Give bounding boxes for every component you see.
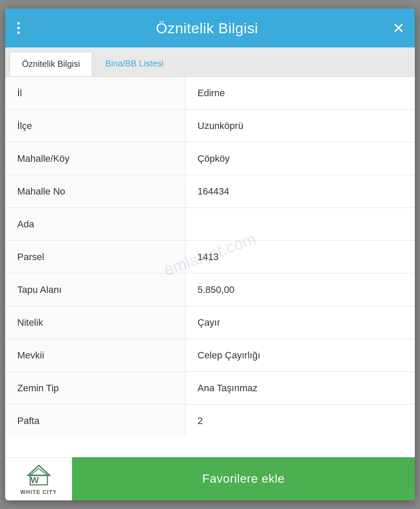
cell-value: [185, 208, 415, 240]
cell-label: Zemin Tip: [5, 372, 185, 404]
cell-label: Mahalle/Köy: [5, 142, 185, 175]
cell-label: Nitelik: [5, 306, 185, 339]
cell-label: Ada: [5, 208, 185, 240]
data-table: emlakjet.com İlEdirneİlçeUzunköprüMahall…: [5, 77, 415, 457]
table-row: Pafta2: [5, 405, 415, 437]
cell-label: İl: [5, 77, 185, 109]
tabs-bar: Öznitelik Bilgisi Bina/BB Listesi: [5, 47, 415, 77]
table-row: İlçeUzunköprü: [5, 110, 415, 142]
svg-marker-2: [30, 468, 47, 475]
table-row: Parsel1413: [5, 241, 415, 273]
svg-text:W: W: [31, 475, 39, 485]
cell-value: Uzunköprü: [185, 110, 415, 142]
cell-label: Mahalle No: [5, 175, 185, 207]
cell-label: İlçe: [5, 110, 185, 142]
table-row: MevkiiCelep Çayırlığı: [5, 339, 415, 372]
tab-oznitelik[interactable]: Öznitelik Bilgisi: [9, 52, 92, 76]
menu-icon[interactable]: [16, 20, 22, 36]
logo-icon: W: [26, 463, 52, 487]
footer: W WHITE CiTY Favorilere ekle: [5, 457, 415, 500]
cell-label: Parsel: [5, 241, 185, 273]
modal-header: Öznitelik Bilgisi ✕: [5, 9, 415, 47]
table-row: Zemin TipAna Taşınmaz: [5, 372, 415, 405]
table-row: Mahalle/KöyÇöpköy: [5, 142, 415, 175]
cell-label: Pafta: [5, 405, 185, 437]
tab-bina[interactable]: Bina/BB Listesi: [93, 52, 176, 76]
cell-value: Ana Taşınmaz: [185, 372, 415, 404]
cell-value: 5.850,00: [185, 273, 415, 306]
cell-value: 164434: [185, 175, 415, 207]
table-row: İlEdirne: [5, 77, 415, 110]
modal-container: Öznitelik Bilgisi ✕ Öznitelik Bilgisi Bi…: [5, 9, 415, 500]
cell-value: 2: [185, 405, 415, 437]
modal-title: Öznitelik Bilgisi: [156, 20, 258, 37]
cell-value: Çayır: [185, 306, 415, 339]
table-row: NitelikÇayır: [5, 306, 415, 339]
cell-value: Edirne: [185, 77, 415, 109]
cell-value: Çöpköy: [185, 142, 415, 175]
close-icon[interactable]: ✕: [392, 21, 404, 35]
cell-value: Celep Çayırlığı: [185, 339, 415, 371]
cell-label: Mevkii: [5, 339, 185, 371]
table-row: Tapu Alanı5.850,00: [5, 273, 415, 306]
cell-label: Tapu Alanı: [5, 273, 185, 306]
table-row: Mahalle No164434: [5, 175, 415, 208]
table-row: Ada: [5, 208, 415, 241]
logo-text: WHITE CiTY: [20, 489, 57, 495]
cell-value: 1413: [185, 241, 415, 273]
svg-marker-0: [28, 465, 50, 475]
logo-area: W WHITE CiTY: [5, 457, 72, 500]
add-to-favorites-button[interactable]: Favorilere ekle: [72, 457, 415, 500]
